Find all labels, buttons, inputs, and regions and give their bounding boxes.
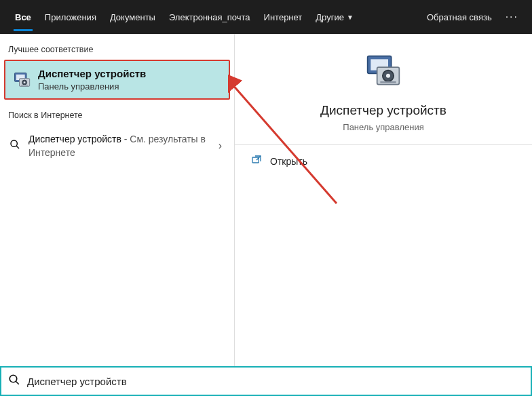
web-search-header: Поиск в Интернете: [0, 106, 234, 125]
svg-rect-13: [380, 81, 396, 83]
svg-point-12: [386, 74, 390, 78]
feedback-link[interactable]: Обратная связь: [419, 12, 500, 22]
device-manager-icon: [12, 71, 31, 90]
tab-email[interactable]: Электронная_почта: [162, 0, 257, 34]
best-match-title: Диспетчер устройств: [38, 68, 146, 79]
svg-point-4: [24, 81, 26, 83]
svg-rect-5: [21, 85, 28, 85]
svg-point-6: [11, 140, 17, 146]
best-match-text: Диспетчер устройств Панель управления: [38, 68, 146, 92]
preview-subtitle: Панель управления: [248, 122, 518, 132]
search-bar[interactable]: [0, 366, 532, 396]
preview-header: Диспетчер устройств Панель управления: [235, 34, 532, 145]
tab-label: Все: [15, 12, 31, 22]
svg-line-7: [16, 146, 19, 148]
tab-label: Электронная_почта: [169, 12, 250, 22]
tab-label: Приложения: [45, 12, 96, 22]
open-label: Открыть: [270, 156, 307, 167]
best-match-header: Лучшее соответствие: [0, 41, 234, 60]
open-action[interactable]: Открыть: [235, 145, 532, 177]
svg-point-16: [10, 375, 17, 382]
top-filter-bar: Все Приложения Документы Электронная_поч…: [0, 0, 532, 34]
tab-label: Интернет: [264, 12, 303, 22]
web-search-title: Диспетчер устройств: [28, 134, 121, 144]
svg-line-17: [16, 381, 19, 384]
ellipsis-icon: ···: [506, 11, 518, 22]
tab-apps[interactable]: Приложения: [38, 0, 103, 34]
preview-title: Диспетчер устройств: [248, 103, 518, 118]
chevron-down-icon: ▼: [347, 14, 354, 21]
tab-label: Другие: [316, 12, 344, 22]
feedback-label: Обратная связь: [427, 12, 492, 22]
tab-documents[interactable]: Документы: [103, 0, 162, 34]
search-icon: [8, 374, 20, 389]
tab-label: Документы: [110, 12, 155, 22]
tab-internet[interactable]: Интернет: [257, 0, 309, 34]
tab-all[interactable]: Все: [8, 0, 38, 34]
search-input[interactable]: [27, 368, 524, 395]
preview-pane: Диспетчер устройств Панель управления От…: [235, 34, 532, 366]
results-body: Лучшее соответствие Диспетчер устройств …: [0, 34, 532, 366]
results-list: Лучшее соответствие Диспетчер устройств …: [0, 34, 235, 366]
web-search-text: Диспетчер устройств - См. результаты в И…: [28, 132, 212, 160]
best-match-subtitle: Панель управления: [38, 81, 146, 92]
more-button[interactable]: ···: [500, 11, 524, 23]
device-manager-icon: [248, 53, 518, 91]
search-icon: [8, 139, 22, 153]
best-match-item[interactable]: Диспетчер устройств Панель управления: [4, 60, 230, 100]
chevron-right-icon: ›: [218, 140, 226, 152]
open-icon: [251, 155, 262, 167]
tab-more[interactable]: Другие ▼: [309, 0, 360, 34]
web-search-item[interactable]: Диспетчер устройств - См. результаты в И…: [0, 125, 234, 163]
